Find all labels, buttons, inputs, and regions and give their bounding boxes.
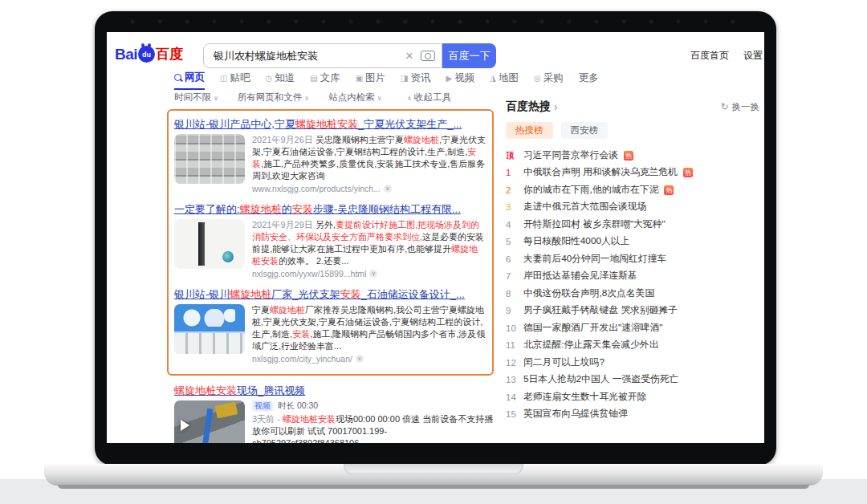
hot-search-item[interactable]: 1中俄联合声明 用和谈解决乌克兰危机热 xyxy=(506,165,759,182)
tab-label: 网页 xyxy=(185,71,205,84)
bezel-speaker-dots xyxy=(119,18,752,25)
result-thumbnail[interactable] xyxy=(174,134,245,184)
hot-search-item[interactable]: 10德国一家酿酒厂开发出"速溶啤酒" xyxy=(506,319,759,337)
hot-search-item[interactable]: 9男子疯狂戴手铐敲键盘 哭求别砸摊子 xyxy=(506,303,759,320)
hot-search-item[interactable]: 4开特斯拉回村 被乡亲群嘲"大冤种" xyxy=(506,216,759,234)
tab-地图[interactable]: ◮地图 xyxy=(490,71,519,90)
url-text: nxlsgjg.com/city_yinchuan/ xyxy=(252,352,352,365)
hot-search-item[interactable]: 12闰二月可以上坟吗? xyxy=(506,354,759,372)
result-body: 2021年9月29日 另外,要提前设计好施工图,把现场涉及到的消防安全、环保以及… xyxy=(174,219,486,280)
search-button[interactable]: 百度一下 xyxy=(442,43,496,68)
hot-search-item[interactable]: 7岸田抵达基辅会见泽连斯基 xyxy=(506,268,759,286)
clear-icon[interactable]: × xyxy=(400,49,419,63)
search-result: 银川站-银川产品中心,宁夏螺旋地桩安装_宁夏光伏支架生产_...2021年9月2… xyxy=(174,117,486,195)
baidu-logo[interactable]: Bai du 百度 xyxy=(115,45,183,63)
url-more-icon[interactable]: ∨ xyxy=(356,355,364,363)
hot-search-item[interactable]: 3走进中俄元首大范围会谈现场 xyxy=(506,199,759,217)
hot-search-item[interactable]: 14老师连扇女生数十耳光被开除 xyxy=(506,388,759,406)
search-box[interactable]: 银川农村螺旋地桩安装 × xyxy=(203,43,442,68)
hot-text: 北京提醒:停止露天集会减少外出 xyxy=(523,339,658,352)
camera-icon[interactable] xyxy=(421,51,435,61)
snippet-text: 现场_腾讯视频 xyxy=(237,384,305,396)
chevron-right-icon: › xyxy=(554,100,558,113)
hot-tab-热搜榜[interactable]: 热搜榜 xyxy=(506,122,553,139)
result-snippet: 2021年9月26日 吴忠隆顺钢构主营宁夏螺旋地桩,宁夏光伏支架,宁夏石油储运设… xyxy=(252,134,486,182)
logo-text-bai: Bai xyxy=(115,46,137,63)
hot-search-item[interactable]: 11北京提醒:停止露天集会减少外出 xyxy=(506,337,759,355)
result-url[interactable]: nxlsgjg.com/city_yinchuan/∨ xyxy=(252,352,486,365)
tab-label: 贴吧 xyxy=(230,71,250,85)
link-settings[interactable]: 设置 xyxy=(743,49,763,63)
result-text: 2021年9月29日 另外,要提前设计好施工图,把现场涉及到的消防安全、环保以及… xyxy=(252,219,486,280)
snippet-text: 2021年9月29日 xyxy=(252,220,315,230)
hot-text: 男子疯狂戴手铐敲键盘 哭求别砸摊子 xyxy=(523,304,678,317)
laptop-base-edge xyxy=(58,485,809,489)
hot-text: 英国宣布向乌提供贫铀弹 xyxy=(523,408,628,421)
tab-网页[interactable]: 网页 xyxy=(174,71,205,90)
result-url[interactable]: nxlsgjg.com/yyxw/15899...html∨ xyxy=(252,267,486,280)
snippet-text: 银川站-银川产品中心,宁夏 xyxy=(174,118,295,130)
search-input[interactable]: 银川农村螺旋地桩安装 xyxy=(214,49,400,63)
snippet-text: 银川站-银川 xyxy=(174,288,230,300)
hot-text: 中俄这份联合声明,8次点名美国 xyxy=(523,287,654,300)
result-title[interactable]: 银川站-银川产品中心,宁夏螺旋地桩安装_宁夏光伏支架生产_... xyxy=(174,117,486,131)
hot-text: 你的城市在下雨,他的城市在下泥 xyxy=(523,184,658,197)
laptop-base xyxy=(44,464,823,486)
hot-search-item[interactable]: 2你的城市在下雨,他的城市在下泥热 xyxy=(506,181,759,199)
url-more-icon[interactable]: ∨ xyxy=(384,185,392,193)
highlighted-term: 螺旋地桩 xyxy=(240,203,282,215)
highlighted-term: 螺旋地桩 xyxy=(270,305,305,315)
search-result: 螺旋地桩安装现场_腾讯视频视频时长 00:303天前 - 螺旋地桩安装现场00:… xyxy=(174,384,494,443)
hot-search-item[interactable]: 135日本人抢劫2中国人 一强盗受伤死亡 xyxy=(506,372,759,389)
link-baidu-home[interactable]: 百度首页 xyxy=(690,49,729,63)
wenku-icon: ▤ xyxy=(310,74,317,83)
snippet-text: 吴忠隆顺钢构主营宁夏 xyxy=(315,135,404,144)
hot-search-item[interactable]: 15英国宣布向乌提供贫铀弹 xyxy=(506,406,759,424)
snippet-text: 宁夏 xyxy=(252,305,270,315)
result-thumbnail[interactable] xyxy=(174,304,245,354)
result-body: 宁夏螺旋地桩厂家推荐吴忠隆顺钢构,我公司主营宁夏螺旋地桩,宁夏光伏支架,宁夏石油… xyxy=(174,304,486,365)
video-meta: 视频时长 00:30 xyxy=(252,400,494,412)
result-body: 2021年9月26日 吴忠隆顺钢构主营宁夏螺旋地桩,宁夏光伏支架,宁夏石油储运设… xyxy=(174,134,486,195)
hot-search-title[interactable]: 百度热搜 xyxy=(506,100,551,114)
result-thumbnail[interactable] xyxy=(174,400,245,443)
result-title[interactable]: 银川站-银川螺旋地桩厂家_光伏支架安装_石油储运设备设计_... xyxy=(174,287,486,301)
tab-视频[interactable]: ▶视频 xyxy=(446,71,475,90)
url-text: nxlsgjg.com/yyxw/15899...html xyxy=(252,267,366,280)
hot-search-item[interactable]: 5每日核酸阳性4000人以上 xyxy=(506,234,759,251)
logo-text-cn: 百度 xyxy=(156,45,183,63)
hot-badge-icon: 热 xyxy=(624,151,633,161)
serp-header: Bai du 百度 银川农村螺旋地桩安装 × 百度一下 百度首页 设置 xyxy=(107,42,764,71)
hot-search-item[interactable]: 顶习近平同普京举行会谈热 xyxy=(506,147,759,165)
url-text: www.nxlsgjg.com/products/yinch... xyxy=(252,182,381,195)
result-url[interactable]: www.nxlsgjg.com/products/yinch...∨ xyxy=(252,182,486,195)
tab-资讯[interactable]: ◨资讯 xyxy=(401,71,430,90)
baidu-paw-icon: du xyxy=(138,46,155,63)
result-body: 视频时长 00:303天前 - 螺旋地桩安装现场00:00 00:00 倍速 当… xyxy=(174,400,494,443)
tab-贴吧[interactable]: ◫贴吧 xyxy=(220,71,250,90)
tab-知道[interactable]: ◷知道 xyxy=(265,71,295,90)
hot-tab-西安榜[interactable]: 西安榜 xyxy=(561,122,609,139)
tab-bar: 网页◫贴吧◷知道▤文库▣图片◨资讯▶视频◮地图◎采购更多 xyxy=(174,71,599,90)
hot-search-panel: 百度热搜 › ↻ 换一换 热搜榜西安榜 顶习近平同普京举行会谈热1中俄联合声明 … xyxy=(506,100,759,423)
browser-viewport: Bai du 百度 银川农村螺旋地桩安装 × 百度一下 百度首页 设置 网页◫贴… xyxy=(107,32,764,443)
url-more-icon[interactable]: ∨ xyxy=(369,270,377,278)
hot-rank: 顶 xyxy=(506,150,518,161)
tab-更多[interactable]: 更多 xyxy=(579,71,599,90)
result-title[interactable]: 螺旋地桩安装现场_腾讯视频 xyxy=(174,384,494,397)
hot-search-item[interactable]: 6夫妻前后40分钟同一地闯红灯撞车 xyxy=(506,250,759,268)
snippet-text: 一定要了解的: xyxy=(174,203,240,215)
snippet-text: 2021年9月26日 xyxy=(252,135,315,144)
tab-采购[interactable]: ◎采购 xyxy=(534,71,564,90)
result-title[interactable]: 一定要了解的:螺旋地桩的安装步骤-吴忠隆顺钢结构工程有限... xyxy=(174,202,486,216)
news-icon: ◨ xyxy=(401,74,408,83)
hot-search-item[interactable]: 8中俄这份联合声明,8次点名美国 xyxy=(506,285,759,303)
tab-文库[interactable]: ▤文库 xyxy=(310,71,340,90)
video-badge: 视频 xyxy=(252,400,273,412)
search-result: 银川站-银川螺旋地桩厂家_光伏支架安装_石油储运设备设计_...宁夏螺旋地桩厂家… xyxy=(174,287,486,365)
result-thumbnail[interactable] xyxy=(174,219,245,269)
refresh-button[interactable]: ↻ 换一换 xyxy=(720,101,759,113)
highlighted-term: 螺旋地桩安装 xyxy=(283,414,336,424)
hot-text: 走进中俄元首大范围会谈现场 xyxy=(523,201,646,213)
tab-图片[interactable]: ▣图片 xyxy=(356,71,385,90)
